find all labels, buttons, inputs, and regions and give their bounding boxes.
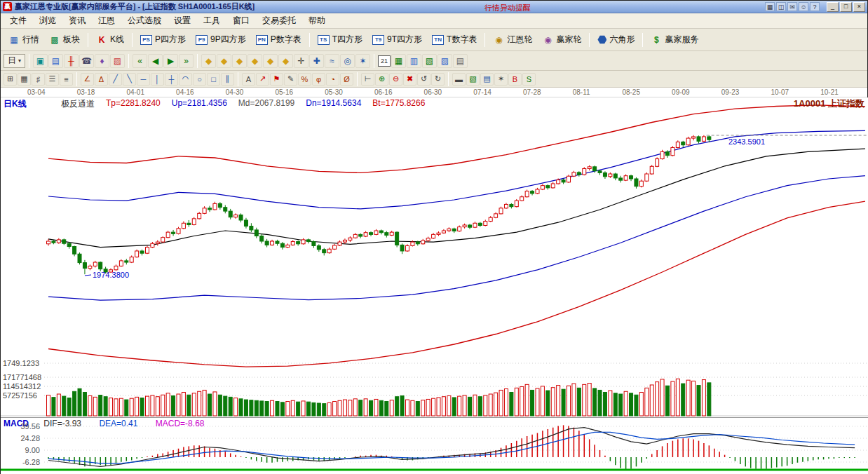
minimize-button[interactable]: _ (827, 2, 839, 12)
titlebar-chart-icon[interactable]: ◫ (776, 2, 786, 11)
print-icon[interactable]: ▤ (453, 54, 468, 68)
map-icon[interactable]: ▣ (33, 54, 48, 68)
buy-mark-icon[interactable]: B (508, 73, 522, 86)
toolbar-button-winner-service[interactable]: $赢家服务 (646, 31, 703, 48)
circle-draw-icon[interactable]: ○ (193, 73, 206, 86)
erase-icon[interactable]: ✖ (403, 73, 416, 86)
toolbar-button-p-table[interactable]: PNP数字表 (251, 31, 306, 48)
menu-item-帮助[interactable]: 帮助 (302, 13, 332, 28)
gann-grid-icon[interactable]: ♯ (32, 73, 45, 86)
toolbar-button-t-table[interactable]: TNT数字表 (427, 31, 482, 48)
angle-icon[interactable]: Δ (95, 73, 108, 86)
green-bars-icon[interactable]: ▧ (422, 54, 437, 68)
crossline-icon[interactable]: ┼ (165, 73, 178, 86)
blocks-icon[interactable]: ♦ (95, 54, 109, 68)
stats-icon[interactable]: ▧ (466, 73, 480, 86)
channel-icon[interactable]: ∥ (221, 73, 234, 86)
menu-item-设置[interactable]: 设置 (168, 13, 197, 28)
menu-item-文件[interactable]: 文件 (4, 13, 33, 28)
menu-item-窗口[interactable]: 窗口 (226, 13, 256, 28)
star-icon[interactable]: ✶ (355, 54, 370, 68)
percent-icon[interactable]: % (298, 73, 311, 86)
zoom-in-icon[interactable]: ⊕ (375, 73, 388, 86)
layout-icon[interactable]: ▦ (18, 73, 31, 86)
prev-bar-icon[interactable]: ◀ (148, 54, 163, 68)
gann-fan-icon[interactable]: ∠ (81, 73, 94, 86)
wave-icon[interactable]: ≈ (325, 54, 339, 68)
hline-icon[interactable]: ─ (137, 73, 150, 86)
pencil-icon[interactable]: ✎ (284, 73, 297, 86)
next-bar-icon[interactable]: ▶ (163, 54, 178, 68)
diamond-tool-1[interactable]: ◆ (201, 54, 216, 68)
speed-line-icon[interactable]: Ø (340, 73, 353, 86)
grid-icon[interactable]: ⊞ (4, 73, 17, 86)
toolbar-button-quotes[interactable]: ▦行情 (4, 31, 44, 48)
titlebar-user-icon[interactable]: ☺ (799, 2, 808, 11)
golden-ratio-icon[interactable]: φ (312, 73, 325, 86)
first-bar-icon[interactable]: « (133, 54, 147, 68)
diamond-tool-5[interactable]: ◆ (263, 54, 278, 68)
maximize-button[interactable]: □ (840, 2, 852, 12)
arrow-mark-icon[interactable]: ↗ (256, 73, 269, 86)
sell-mark-icon[interactable]: S (522, 73, 536, 86)
restore-rights-icon[interactable]: ▨ (110, 54, 125, 68)
report-icon[interactable]: ▤ (48, 54, 63, 68)
crosshair-icon[interactable]: ✚ (309, 54, 324, 68)
phone-icon[interactable]: ☎ (79, 54, 94, 68)
menu-item-公式选股[interactable]: 公式选股 (121, 13, 168, 28)
pan-hand-icon[interactable]: ✛ (294, 54, 308, 68)
toolbar-button-sectors[interactable]: ▩板块 (44, 31, 85, 48)
toolbar-button-9t-square[interactable]: T99T四方形 (367, 31, 427, 48)
export-icon[interactable]: ▤ (480, 73, 494, 86)
toolbar-button-kline[interactable]: KK线 (91, 31, 129, 48)
undo-icon[interactable]: ↺ (417, 73, 430, 86)
calendar-21-icon[interactable]: 21 (378, 55, 391, 67)
text-tool-icon[interactable]: A (242, 73, 255, 86)
toolbar-button-9p-square[interactable]: P99P四方形 (191, 31, 251, 48)
trendline-down-icon[interactable]: ╲ (123, 73, 136, 86)
menu-item-江恩[interactable]: 江恩 (92, 13, 121, 28)
trendline-up-icon[interactable]: ╱ (109, 73, 122, 86)
toolbar-button-hexagon[interactable]: 六角形 (592, 31, 639, 48)
blue-bars-icon[interactable]: ▨ (438, 54, 452, 68)
flag-mark-icon[interactable]: ⚑ (270, 73, 283, 86)
target-circle-icon[interactable]: ◎ (340, 54, 355, 68)
menu-item-工具[interactable]: 工具 (197, 13, 226, 28)
last-bar-icon[interactable]: » (179, 54, 194, 68)
price-levels-icon[interactable]: ☰ (46, 73, 59, 86)
menu-item-交易委托[interactable]: 交易委托 (256, 13, 302, 28)
titlebar-help-icon[interactable]: ? (810, 2, 820, 11)
zoom-out-icon[interactable]: ⊖ (389, 73, 402, 86)
toolbar-button-winner-wheel[interactable]: ◉赢家轮 (537, 31, 586, 48)
cycle-icon[interactable]: ◔ (326, 73, 339, 86)
vline-icon[interactable]: │ (151, 73, 164, 86)
diamond-tool-3[interactable]: ◆ (232, 54, 247, 68)
toolbar-button-gann-wheel[interactable]: ◉江恩轮 (488, 31, 537, 48)
period-selector[interactable]: 日▾ (4, 54, 25, 68)
toolbar-button-p-square[interactable]: PSP四方形 (135, 31, 191, 48)
legend-dn-value: Dn=1914.5634 (306, 98, 361, 110)
tool-settings-icon[interactable]: ✶ (494, 73, 508, 86)
titlebar-grid-icon[interactable]: ▦ (765, 2, 775, 11)
t-table-label: T数字表 (447, 34, 477, 46)
menu-item-浏览[interactable]: 浏览 (33, 13, 62, 28)
redo-icon[interactable]: ↻ (431, 73, 445, 86)
green-chart-icon[interactable]: ▦ (391, 54, 406, 68)
diamond-tool-4[interactable]: ◆ (247, 54, 262, 68)
diamond-tool-6[interactable]: ◆ (278, 54, 293, 68)
legend-bt-value: Bt=1775.8266 (372, 98, 425, 110)
toolbar-button-t-square[interactable]: TST四方形 (313, 31, 367, 48)
close-button[interactable]: × (853, 2, 865, 12)
chart-area[interactable]: 日K线 极反通道 Tp=2281.8240 Up=2181.4356 Md=20… (1, 97, 868, 474)
ruler-icon[interactable]: ▬ (452, 73, 466, 86)
candle-icon[interactable]: ╫ (64, 54, 79, 68)
menu-item-资讯[interactable]: 资讯 (62, 13, 92, 28)
fib-levels-icon[interactable]: ≡ (60, 73, 73, 86)
rect-draw-icon[interactable]: □ (207, 73, 220, 86)
titlebar-mail-icon[interactable]: ✉ (787, 2, 797, 11)
blue-chart-icon[interactable]: ▥ (407, 54, 421, 68)
measure-icon[interactable]: ⊢ (361, 73, 374, 86)
toolbar-separator (132, 33, 133, 47)
arc-icon[interactable]: ◠ (179, 73, 192, 86)
diamond-tool-2[interactable]: ◆ (217, 54, 231, 68)
